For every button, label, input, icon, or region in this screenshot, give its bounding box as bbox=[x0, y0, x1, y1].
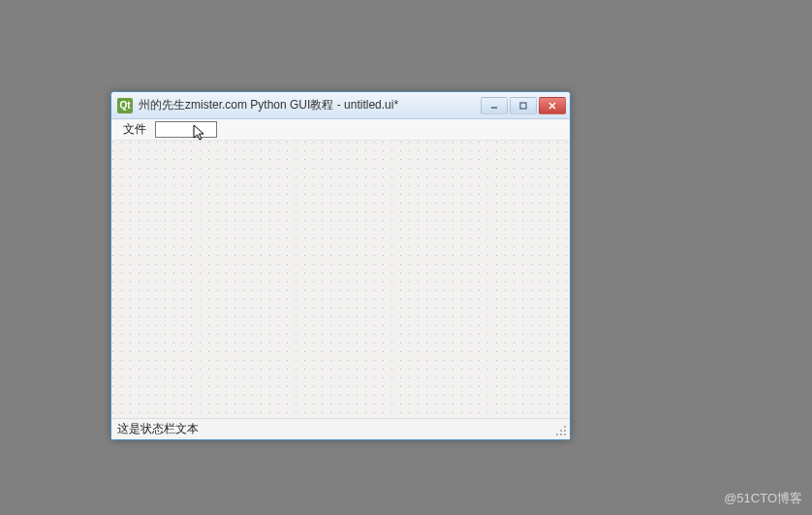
menubar: 文件 bbox=[111, 119, 570, 141]
minimize-icon bbox=[489, 101, 499, 111]
window-controls bbox=[481, 97, 566, 114]
menu-edit-placeholder[interactable] bbox=[155, 121, 217, 138]
window-title: 州的先生zmister.com Python GUI教程 - untitled.… bbox=[139, 97, 481, 113]
svg-rect-1 bbox=[520, 103, 526, 109]
titlebar[interactable]: Qt 州的先生zmister.com Python GUI教程 - untitl… bbox=[111, 92, 570, 119]
app-icon: Qt bbox=[117, 98, 133, 113]
close-icon bbox=[547, 101, 557, 111]
svg-point-5 bbox=[560, 430, 562, 432]
menu-file[interactable]: 文件 bbox=[115, 119, 154, 140]
minimize-button[interactable] bbox=[481, 97, 508, 114]
size-grip-icon[interactable] bbox=[554, 424, 568, 437]
maximize-icon bbox=[518, 101, 528, 111]
maximize-button[interactable] bbox=[510, 97, 537, 114]
svg-point-4 bbox=[564, 426, 566, 428]
svg-point-6 bbox=[564, 430, 566, 432]
watermark: @51CTO博客 bbox=[724, 490, 802, 507]
statusbar-text: 这是状态栏文本 bbox=[117, 421, 199, 437]
app-window: Qt 州的先生zmister.com Python GUI教程 - untitl… bbox=[110, 91, 571, 440]
statusbar: 这是状态栏文本 bbox=[111, 418, 570, 439]
close-button[interactable] bbox=[539, 97, 566, 114]
svg-point-9 bbox=[564, 434, 566, 435]
svg-point-7 bbox=[556, 434, 558, 435]
svg-point-8 bbox=[560, 434, 562, 435]
form-design-canvas[interactable] bbox=[111, 141, 570, 418]
